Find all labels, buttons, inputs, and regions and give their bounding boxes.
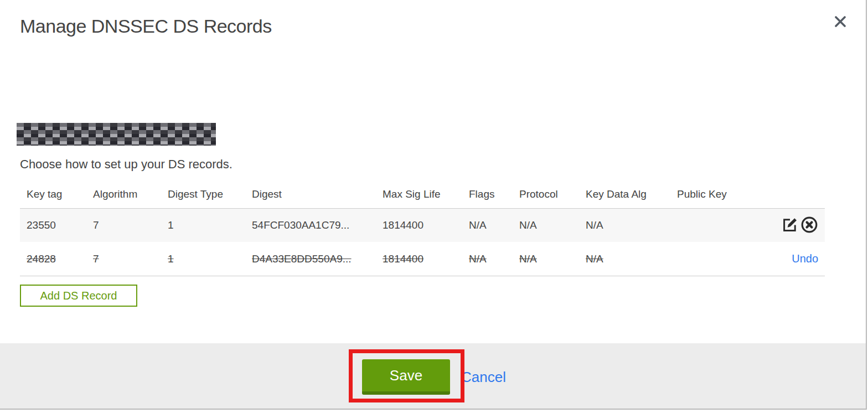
save-button[interactable]: Save xyxy=(362,359,450,395)
column-header-key-data-alg: Key Data Alg xyxy=(579,188,670,200)
column-header-key-tag: Key tag xyxy=(20,188,86,200)
instruction-text: Choose how to set up your DS records. xyxy=(20,157,232,172)
column-header-digest: Digest xyxy=(245,188,376,200)
delete-record-button[interactable] xyxy=(800,216,818,234)
domain-name-redacted xyxy=(17,123,216,146)
page-title: Manage DNSSEC DS Records xyxy=(20,16,272,37)
cell-key-tag: 23550 xyxy=(20,219,86,231)
table-header-row: Key tag Algorithm Digest Type Digest Max… xyxy=(20,180,825,208)
modal-footer: Save Cancel xyxy=(0,343,866,409)
close-button[interactable] xyxy=(829,11,851,33)
cell-flags: N/A xyxy=(462,219,513,231)
edit-pencil-icon xyxy=(782,216,798,234)
edit-record-button[interactable] xyxy=(781,216,799,234)
cell-algorithm: 7 xyxy=(86,219,161,231)
cell-max-sig-life: 1814400 xyxy=(376,219,462,231)
table-row-pending-delete: 24828 7 1 D4A33E8DD550A9... 1814400 N/A … xyxy=(20,242,825,276)
column-header-public-key: Public Key xyxy=(670,188,774,200)
dnssec-modal: Manage DNSSEC DS Records Choose how to s… xyxy=(0,0,867,410)
column-header-flags: Flags xyxy=(462,188,513,200)
cell-key-tag: 24828 xyxy=(20,253,86,265)
cell-flags: N/A xyxy=(462,253,513,265)
cell-row-actions: Undo xyxy=(774,252,825,265)
table-row-active: 23550 7 1 54FCF030AA1C79... 1814400 N/A … xyxy=(20,208,825,242)
column-header-protocol: Protocol xyxy=(513,188,579,200)
cell-digest-type: 1 xyxy=(161,253,245,265)
cell-max-sig-life: 1814400 xyxy=(376,253,462,265)
column-header-algorithm: Algorithm xyxy=(86,188,161,200)
undo-link[interactable]: Undo xyxy=(792,252,818,265)
cell-digest: D4A33E8DD550A9... xyxy=(245,253,376,265)
cell-key-data-alg: N/A xyxy=(579,253,670,265)
cell-protocol: N/A xyxy=(513,219,579,231)
cell-algorithm: 7 xyxy=(86,253,161,265)
circle-x-icon xyxy=(800,216,818,234)
close-icon xyxy=(833,22,848,30)
ds-records-table: Key tag Algorithm Digest Type Digest Max… xyxy=(20,180,825,276)
column-header-digest-type: Digest Type xyxy=(161,188,245,200)
column-header-max-sig-life: Max Sig Life xyxy=(376,188,462,200)
cell-protocol: N/A xyxy=(513,253,579,265)
cell-row-actions xyxy=(774,216,825,234)
cell-digest-type: 1 xyxy=(161,219,245,231)
add-ds-record-button[interactable]: Add DS Record xyxy=(20,285,137,307)
cell-key-data-alg: N/A xyxy=(579,219,670,231)
cancel-link[interactable]: Cancel xyxy=(461,369,506,386)
cell-digest: 54FCF030AA1C79... xyxy=(245,219,376,231)
